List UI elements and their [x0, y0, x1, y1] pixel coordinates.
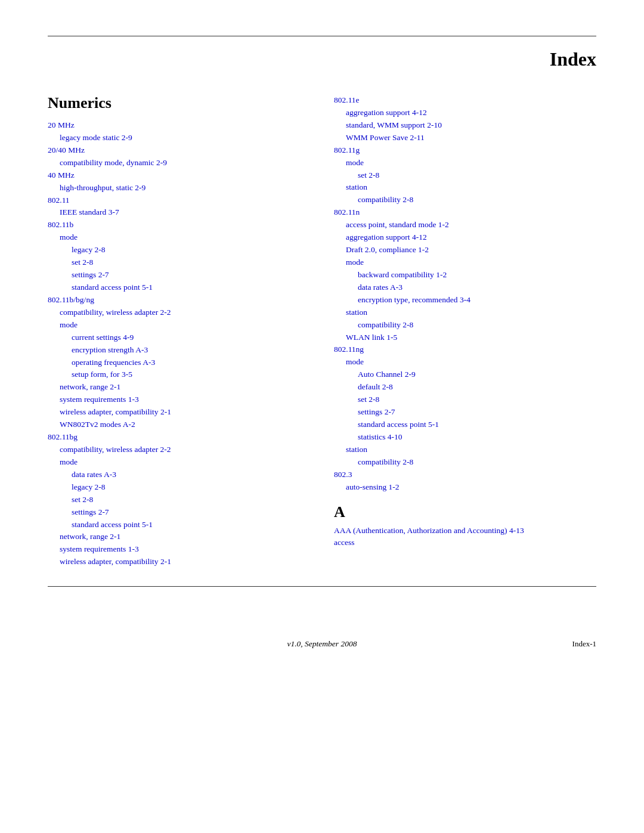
- list-item: 20 MHz: [48, 119, 310, 132]
- list-item: station: [334, 181, 596, 194]
- list-item: 802.11bg: [48, 431, 310, 444]
- list-item: 802.11ng: [334, 343, 596, 356]
- list-item: 20/40 MHz: [48, 144, 310, 157]
- list-item: mode: [334, 157, 596, 169]
- list-item: settings 2-7: [48, 269, 310, 281]
- list-item: legacy 2-8: [48, 244, 310, 256]
- list-item: AAA (Authentication, Authorization and A…: [334, 525, 596, 537]
- list-item: set 2-8: [334, 169, 596, 182]
- list-item: 802.11: [48, 194, 310, 207]
- left-column: Numerics 20 MHzlegacy mode static 2-920/…: [48, 94, 310, 568]
- list-item: compatibility mode, dynamic 2-9: [48, 157, 310, 169]
- list-item: mode: [334, 356, 596, 368]
- list-item: current settings 4-9: [48, 332, 310, 344]
- list-item: standard access point 5-1: [334, 419, 596, 431]
- list-item: system requirements 1-3: [48, 543, 310, 556]
- list-item: mode: [48, 231, 310, 244]
- list-item: standard access point 5-1: [48, 281, 310, 294]
- left-index-entries: 20 MHzlegacy mode static 2-920/40 MHzcom…: [48, 119, 310, 568]
- list-item: WN802Tv2 modes A-2: [48, 419, 310, 431]
- list-item: compatibility, wireless adapter 2-2: [48, 306, 310, 319]
- list-item: legacy 2-8: [48, 481, 310, 494]
- list-item: 802.3: [334, 469, 596, 481]
- list-item: settings 2-7: [48, 506, 310, 519]
- numerics-heading: Numerics: [48, 94, 310, 112]
- list-item: 802.11e: [334, 94, 596, 107]
- list-item: network, range 2-1: [48, 381, 310, 394]
- list-item: mode: [48, 456, 310, 469]
- list-item: compatibility 2-8: [334, 456, 596, 469]
- list-item: set 2-8: [48, 256, 310, 269]
- list-item: compatibility 2-8: [334, 194, 596, 206]
- list-item: backward compatibility 1-2: [334, 269, 596, 281]
- right-index-entries: 802.11eaggregation support 4-12standard,…: [334, 94, 596, 494]
- list-item: network, range 2-1: [48, 531, 310, 543]
- list-item: mode: [48, 319, 310, 332]
- list-item: WLAN link 1-5: [334, 332, 596, 344]
- list-item: station: [334, 306, 596, 319]
- list-item: system requirements 1-3: [48, 394, 310, 406]
- footer-version: v1.0, September 2008: [287, 639, 357, 649]
- list-item: 40 MHz: [48, 169, 310, 182]
- list-item: data rates A-3: [334, 281, 596, 294]
- top-rule: [48, 36, 596, 36]
- list-item: legacy mode static 2-9: [48, 132, 310, 144]
- list-item: operating frequencies A-3: [48, 357, 310, 369]
- list-item: statistics 4-10: [334, 431, 596, 444]
- section-a-entries: AAA (Authentication, Authorization and A…: [334, 525, 596, 550]
- list-item: wireless adapter, compatibility 2-1: [48, 556, 310, 568]
- two-column-layout: Numerics 20 MHzlegacy mode static 2-920/…: [48, 94, 596, 568]
- list-item: default 2-8: [334, 381, 596, 394]
- section-a-heading: A: [334, 503, 596, 521]
- list-item: access point, standard mode 1-2: [334, 219, 596, 231]
- list-item: wireless adapter, compatibility 2-1: [48, 406, 310, 419]
- list-item: Auto Channel 2-9: [334, 368, 596, 381]
- list-item: high-throughput, static 2-9: [48, 182, 310, 194]
- list-item: encryption strength A-3: [48, 344, 310, 357]
- footer: v1.0, September 2008 Index-1: [0, 634, 644, 649]
- list-item: encryption type, recommended 3-4: [334, 294, 596, 306]
- list-item: setup form, for 3-5: [48, 368, 310, 381]
- list-item: 802.11n: [334, 206, 596, 219]
- list-item: access: [334, 537, 596, 549]
- list-item: mode: [334, 256, 596, 269]
- list-item: aggregation support 4-12: [334, 231, 596, 244]
- list-item: standard, WMM support 2-10: [334, 119, 596, 132]
- list-item: compatibility 2-8: [334, 319, 596, 332]
- bottom-rule: [48, 586, 596, 587]
- page-title: Index: [48, 48, 596, 70]
- list-item: data rates A-3: [48, 469, 310, 481]
- list-item: set 2-8: [48, 494, 310, 506]
- right-column: 802.11eaggregation support 4-12standard,…: [334, 94, 596, 568]
- list-item: Draft 2.0, compliance 1-2: [334, 244, 596, 256]
- list-item: standard access point 5-1: [48, 519, 310, 531]
- list-item: 802.11b: [48, 219, 310, 231]
- footer-page: Index-1: [572, 639, 596, 649]
- list-item: 802.11g: [334, 144, 596, 157]
- list-item: WMM Power Save 2-11: [334, 132, 596, 144]
- list-item: settings 2-7: [334, 406, 596, 419]
- list-item: compatibility, wireless adapter 2-2: [48, 444, 310, 456]
- list-item: set 2-8: [334, 394, 596, 406]
- list-item: 802.11b/bg/ng: [48, 294, 310, 306]
- list-item: aggregation support 4-12: [334, 107, 596, 119]
- list-item: station: [334, 444, 596, 456]
- list-item: auto-sensing 1-2: [334, 481, 596, 494]
- list-item: IEEE standard 3-7: [48, 206, 310, 219]
- page-container: Index Numerics 20 MHzlegacy mode static …: [0, 0, 644, 634]
